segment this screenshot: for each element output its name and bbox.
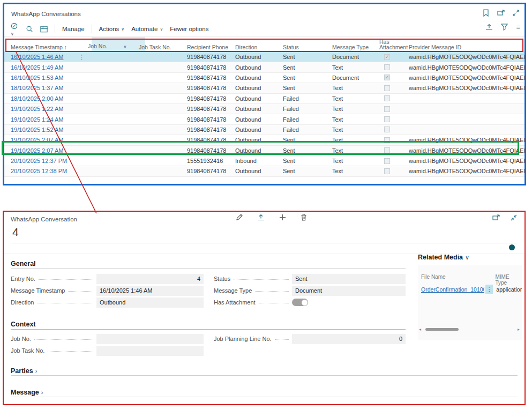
timestamp-link[interactable]: 19/10/2025 2:07 AM xyxy=(11,147,63,154)
scrollbar-thumb[interactable] xyxy=(425,328,459,331)
direction-cell: Outbound xyxy=(235,127,283,133)
col-recipient-phone[interactable]: Recipient Phone xyxy=(187,44,235,51)
filter-icon[interactable] xyxy=(501,24,508,31)
share-icon[interactable] xyxy=(257,214,265,221)
direction-cell: Outbound xyxy=(235,168,283,174)
file-name-link[interactable]: OrderConfirmation_101005_(18... xyxy=(421,286,484,293)
field-value[interactable]: 0 xyxy=(292,334,406,344)
factbox-scrollbar[interactable]: ◂ ▸ xyxy=(419,326,520,332)
field-value[interactable]: Outbound xyxy=(96,298,204,308)
form-field: Message Timestamp16/10/2025 1:46 AM xyxy=(11,285,204,296)
dotted-leader xyxy=(259,299,289,303)
open-in-window-icon[interactable] xyxy=(492,214,500,221)
actions-menu[interactable]: Actions∨ xyxy=(99,26,125,32)
timestamp-link[interactable]: 20/10/2025 12:37 PM xyxy=(11,158,67,164)
card-rule xyxy=(11,243,518,243)
table-row[interactable]: 20/10/2025 12:37 PM15551932416InboundSen… xyxy=(4,156,524,166)
field-value[interactable]: Document xyxy=(292,286,406,296)
col-message-timestamp[interactable]: Message Timestamp ↑ xyxy=(4,44,88,51)
timestamp-link[interactable]: 16/10/2025 1:53 AM xyxy=(11,75,63,81)
table-row[interactable]: 16/10/2025 1:53 AM919840874178OutboundSe… xyxy=(4,73,524,83)
table-row[interactable]: 18/10/2025 2:00 AM919840874178OutboundFa… xyxy=(4,94,524,104)
col-message-type[interactable]: Message Type xyxy=(332,44,379,51)
search-icon[interactable] xyxy=(26,25,33,33)
column-header-label: Message Type xyxy=(332,44,369,50)
message-type-cell: Document xyxy=(332,75,379,81)
table-row[interactable]: 19/10/2025 2:07 AM919840874178OutboundSe… xyxy=(4,146,524,156)
attachment-checkbox xyxy=(384,168,390,174)
form-field: Job No. xyxy=(11,333,204,345)
col-direction[interactable]: Direction xyxy=(235,44,283,51)
col-job-task-no[interactable]: Job Task No. xyxy=(139,44,187,51)
recipient-phone-cell: 919840874178 xyxy=(187,168,235,174)
col-has-attachment[interactable]: Has Attachment xyxy=(379,39,409,51)
recipient-phone-cell: 919840874178 xyxy=(187,147,235,154)
manage-button[interactable]: Manage xyxy=(62,26,85,32)
section-heading-context[interactable]: Context xyxy=(11,321,36,328)
menu-icon[interactable]: ≡ xyxy=(516,24,520,31)
recipient-phone-cell: 15551932416 xyxy=(187,158,235,164)
bookmark-icon[interactable] xyxy=(483,9,489,17)
table-row[interactable]: 19/10/2025 1:22 AM919840874178OutboundFa… xyxy=(4,104,524,114)
has-attachment-cell xyxy=(379,64,409,70)
table-row[interactable]: 16/10/2025 1:46 AM⋮919840874178OutboundS… xyxy=(4,52,524,62)
edit-pencil-icon[interactable] xyxy=(236,214,243,221)
has-attachment-cell xyxy=(379,116,409,122)
fewer-options-button[interactable]: Fewer options xyxy=(170,26,208,32)
chevron-down-icon[interactable]: ∨ xyxy=(122,44,126,49)
attachment-indicator-badge[interactable] xyxy=(509,244,515,250)
field-value[interactable] xyxy=(96,334,204,344)
automate-menu[interactable]: Automate∨ xyxy=(131,26,163,32)
column-file-name: File Name xyxy=(421,274,496,286)
timestamp-link[interactable]: 18/10/2025 2:00 AM xyxy=(11,95,63,102)
views-icon[interactable]: ∨ xyxy=(11,22,19,36)
section-heading-general[interactable]: General xyxy=(11,260,36,267)
factbox-heading[interactable]: Related Media∨ xyxy=(418,254,522,261)
field-value[interactable] xyxy=(96,346,204,356)
has-attachment-toggle[interactable] xyxy=(292,299,308,306)
provider-message-id-cell: wamid.HBgMOTE5ODQwODc0MTc4FQIAERgSMURGNz… xyxy=(409,168,524,174)
col-status[interactable]: Status xyxy=(283,44,332,51)
timestamp-link[interactable]: 19/10/2025 1:24 AM xyxy=(11,116,63,123)
new-plus-icon[interactable] xyxy=(279,214,286,221)
delete-trash-icon[interactable] xyxy=(301,214,307,221)
timestamp-link[interactable]: 20/10/2025 12:38 PM xyxy=(11,168,67,174)
list-page-title: WhatsApp Conversations xyxy=(11,11,81,17)
table-row[interactable]: 19/10/2025 1:52 AM919840874178OutboundFa… xyxy=(4,125,524,135)
scroll-right-icon[interactable]: ▸ xyxy=(518,327,520,332)
row-ellipsis[interactable]: ⋮ xyxy=(79,54,88,61)
col-job-no[interactable]: Job No. ∨ xyxy=(88,43,139,51)
timestamp-link[interactable]: 18/10/2025 1:37 AM xyxy=(11,85,63,91)
section-heading-parties[interactable]: Parties› xyxy=(11,367,37,375)
scroll-left-icon[interactable]: ◂ xyxy=(419,327,421,332)
table-row[interactable]: 19/10/2025 1:24 AM919840874178OutboundFa… xyxy=(4,114,524,124)
table-row[interactable]: 19/10/2025 2:07 AM919840874178OutboundSe… xyxy=(4,135,524,145)
table-row[interactable]: 16/10/2025 1:49 AM919840874178OutboundSe… xyxy=(4,62,524,72)
message-type-cell: Text xyxy=(332,106,379,112)
col-provider-message-id[interactable]: Provider Message ID xyxy=(409,44,524,51)
table-row[interactable]: 20/10/2025 12:38 PM919840874178OutboundS… xyxy=(4,166,524,176)
field-value[interactable]: Sent xyxy=(292,274,406,284)
card-action-icons xyxy=(236,214,307,221)
analysis-icon[interactable] xyxy=(40,26,48,33)
timestamp-link[interactable]: 19/10/2025 1:22 AM xyxy=(11,106,63,112)
collapse-icon[interactable] xyxy=(511,214,517,221)
timestamp-link[interactable]: 19/10/2025 2:07 AM xyxy=(11,137,63,143)
timestamp-link[interactable]: 16/10/2025 1:46 AM xyxy=(11,54,63,60)
expand-icon[interactable] xyxy=(513,10,519,16)
field-label: Message Type xyxy=(214,287,252,294)
open-in-window-icon[interactable] xyxy=(497,10,505,16)
timestamp-link[interactable]: 16/10/2025 1:49 AM xyxy=(11,64,63,71)
field-value[interactable]: 16/10/2025 1:46 AM xyxy=(96,286,204,296)
row-ellipsis-button[interactable]: ⋮ xyxy=(485,285,493,294)
timestamp-cell: 16/10/2025 1:46 AM⋮ xyxy=(4,54,88,61)
direction-cell: Outbound xyxy=(235,75,283,81)
section-rule xyxy=(11,329,406,330)
status-cell: Failed xyxy=(283,116,332,123)
share-icon[interactable] xyxy=(485,24,493,31)
field-value[interactable]: 4 xyxy=(96,274,204,284)
general-right-column: StatusSentMessage TypeDocumentHas Attach… xyxy=(214,273,406,308)
section-heading-message[interactable]: Message› xyxy=(11,389,43,396)
table-row[interactable]: 18/10/2025 1:37 AM919840874178OutboundSe… xyxy=(4,83,524,93)
timestamp-link[interactable]: 19/10/2025 1:52 AM xyxy=(11,127,63,133)
